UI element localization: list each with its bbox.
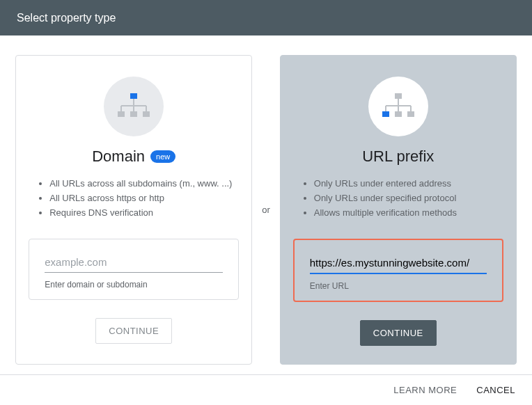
url-input[interactable] xyxy=(310,253,487,274)
svg-rect-9 xyxy=(395,93,402,99)
domain-bullets: All URLs across all subdomains (m., www.… xyxy=(29,178,239,222)
list-item: All URLs across https or http xyxy=(49,193,239,203)
svg-rect-12 xyxy=(407,111,414,117)
svg-rect-2 xyxy=(130,111,137,117)
svg-rect-10 xyxy=(382,111,389,117)
domain-helper: Enter domain or subdomain xyxy=(45,280,223,289)
cancel-button[interactable]: CANCEL xyxy=(476,385,515,395)
dialog-content: Domain new All URLs across all subdomain… xyxy=(0,35,532,376)
domain-continue-button[interactable]: CONTINUE xyxy=(95,318,172,344)
or-divider: or xyxy=(252,205,280,215)
sitemap-icon xyxy=(104,77,164,136)
list-item: Requires DNS verification xyxy=(49,207,239,218)
url-bullets: Only URLs under entered address Only URL… xyxy=(293,178,503,222)
url-helper: Enter URL xyxy=(310,281,487,291)
sitemap-icon xyxy=(368,77,428,136)
url-title-row: URL prefix xyxy=(362,148,434,166)
new-badge: new xyxy=(150,150,175,163)
dialog-footer: LEARN MORE CANCEL xyxy=(0,374,532,405)
domain-input[interactable] xyxy=(45,252,223,273)
learn-more-link[interactable]: LEARN MORE xyxy=(393,385,457,395)
svg-rect-3 xyxy=(143,111,150,117)
list-item: Allows multiple verification methods xyxy=(314,207,503,218)
list-item: Only URLs under entered address xyxy=(314,178,503,189)
domain-title-row: Domain new xyxy=(92,148,175,166)
list-item: All URLs across all subdomains (m., www.… xyxy=(49,178,239,189)
url-prefix-card[interactable]: URL prefix Only URLs under entered addre… xyxy=(280,55,517,365)
url-continue-button[interactable]: CONTINUE xyxy=(360,320,437,346)
url-title: URL prefix xyxy=(362,148,434,166)
url-input-box: Enter URL xyxy=(293,239,503,302)
dialog-title: Select property type xyxy=(17,12,116,24)
domain-input-box: Enter domain or subdomain xyxy=(29,239,239,300)
list-item: Only URLs under specified protocol xyxy=(314,193,503,203)
svg-rect-1 xyxy=(118,111,125,117)
domain-card[interactable]: Domain new All URLs across all subdomain… xyxy=(15,55,252,365)
svg-rect-11 xyxy=(395,111,402,117)
domain-title: Domain xyxy=(92,148,145,166)
svg-rect-0 xyxy=(130,93,137,99)
dialog-header: Select property type xyxy=(0,0,532,35)
